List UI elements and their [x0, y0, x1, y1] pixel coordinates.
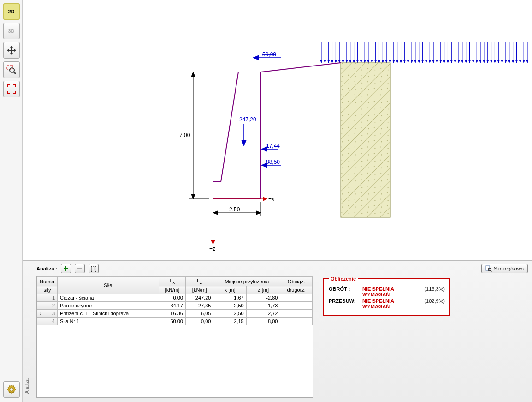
svg-point-1: [10, 68, 14, 72]
move-arrows-icon: [6, 45, 17, 55]
wall-outline: [213, 63, 341, 199]
svg-marker-137: [213, 211, 218, 215]
svg-marker-109: [508, 60, 510, 63]
svg-marker-132: [191, 72, 195, 77]
svg-marker-69: [436, 60, 438, 63]
axis-x-label: +x: [268, 196, 274, 202]
table-row[interactable]: 1Ciężar - ściana0,00247,201,67-2,80: [37, 294, 313, 302]
svg-marker-51: [403, 60, 405, 63]
svg-marker-13: [335, 60, 337, 63]
svg-marker-101: [494, 60, 496, 63]
settings-button[interactable]: [3, 381, 20, 398]
svg-marker-65: [429, 60, 431, 63]
axis-z-label: +z: [209, 246, 215, 252]
zoom-button[interactable]: [3, 61, 20, 78]
svg-marker-99: [491, 60, 492, 63]
add-analysis-button[interactable]: [61, 264, 71, 273]
table-row[interactable]: 2Parcie czynne-84,1727,352,50-1,73: [37, 302, 313, 310]
drawing-canvas[interactable]: {"x0":648,"x1":1095,"n":58,"y0":90,"y1":…: [23, 0, 532, 260]
svg-marker-87: [469, 60, 471, 63]
svg-marker-53: [407, 60, 409, 63]
svg-marker-107: [505, 60, 507, 63]
results-title: Obliczenie: [329, 276, 358, 282]
svg-marker-128: [211, 240, 215, 244]
svg-marker-73: [443, 60, 445, 63]
forces-table[interactable]: Numer Siła Fx Fz Miejsce przyłożenia Obc…: [36, 276, 313, 398]
view-3d-button[interactable]: 3D: [3, 23, 20, 39]
force-main-value: 247,20: [239, 116, 256, 123]
svg-marker-59: [418, 60, 420, 63]
table-row[interactable]: 3Přitížení č. 1 - Silniční doprava-16,36…: [37, 310, 313, 318]
dim-horizontal-value: 2,50: [229, 206, 240, 213]
force-top-value: 50,00: [262, 51, 276, 58]
svg-marker-55: [411, 60, 413, 63]
svg-marker-23: [353, 60, 355, 63]
svg-marker-140: [253, 55, 259, 60]
svg-point-3: [10, 388, 13, 391]
svg-marker-95: [483, 60, 485, 63]
detail-button[interactable]: Szczegółowo: [481, 264, 528, 273]
svg-marker-105: [501, 60, 503, 63]
minus-icon: [77, 266, 83, 271]
svg-marker-89: [472, 60, 474, 63]
result-row: PRZESUW:NIE SPEŁNIA WYMAGAŃ(102,9%): [329, 298, 445, 309]
fit-button[interactable]: [3, 81, 20, 97]
svg-marker-142: [242, 140, 246, 146]
svg-marker-81: [458, 60, 460, 63]
svg-marker-17: [342, 60, 344, 63]
pan-button[interactable]: [3, 42, 20, 59]
dim-vertical: [189, 72, 239, 199]
force-h1-value: 17,44: [266, 143, 280, 149]
svg-marker-57: [414, 60, 416, 63]
svg-marker-91: [476, 60, 478, 63]
svg-marker-25: [356, 60, 358, 63]
dim-vertical-value: 7,00: [179, 132, 190, 138]
svg-marker-45: [393, 60, 395, 63]
svg-marker-113: [515, 60, 517, 63]
svg-marker-115: [519, 60, 521, 63]
view-2d-button[interactable]: 2D: [3, 3, 20, 20]
force-h2-value: 88,50: [266, 159, 280, 165]
left-toolbar: 2D 3D: [0, 0, 23, 402]
table-row[interactable]: 4Siła Nr 1-50,000,002,15-8,00: [37, 318, 313, 325]
svg-marker-83: [461, 60, 463, 63]
results-box: Obliczenie OBRÓT :NIE SPEŁNIA WYMAGAŃ(11…: [323, 276, 450, 316]
svg-marker-19: [346, 60, 348, 63]
force-main-arrow: [242, 124, 246, 146]
magnifier-doc-icon: [485, 265, 492, 272]
svg-marker-79: [454, 60, 456, 63]
svg-marker-103: [497, 60, 499, 63]
svg-marker-77: [450, 60, 452, 63]
svg-marker-133: [191, 194, 195, 199]
svg-marker-93: [479, 60, 481, 63]
svg-marker-41: [385, 60, 387, 63]
svg-marker-21: [349, 60, 351, 63]
svg-marker-43: [389, 60, 391, 63]
svg-marker-126: [263, 197, 267, 201]
svg-marker-35: [375, 60, 377, 63]
svg-marker-37: [378, 60, 380, 63]
svg-marker-117: [523, 60, 525, 63]
remove-analysis-button[interactable]: [75, 264, 85, 273]
tab-analiza[interactable]: Analiza: [23, 373, 31, 399]
svg-rect-0: [7, 65, 12, 69]
gear-icon: [6, 384, 17, 395]
svg-marker-11: [331, 60, 333, 63]
bottom-panel: Analiza Analiza : [1] Szczegółowo: [23, 260, 532, 402]
svg-marker-27: [360, 60, 362, 63]
svg-marker-39: [382, 60, 384, 63]
magnifier-icon: [6, 65, 17, 75]
svg-marker-67: [432, 60, 434, 63]
soil-block: [341, 63, 390, 217]
page-indicator[interactable]: [1]: [89, 264, 99, 273]
svg-marker-119: [526, 60, 528, 63]
svg-marker-97: [487, 60, 489, 63]
svg-marker-5: [320, 60, 322, 63]
svg-marker-29: [364, 60, 366, 63]
expand-icon: [6, 84, 17, 94]
svg-marker-47: [396, 60, 398, 63]
svg-line-2: [14, 72, 16, 74]
svg-marker-63: [425, 60, 427, 63]
svg-marker-111: [512, 60, 514, 63]
svg-rect-147: [77, 268, 82, 269]
